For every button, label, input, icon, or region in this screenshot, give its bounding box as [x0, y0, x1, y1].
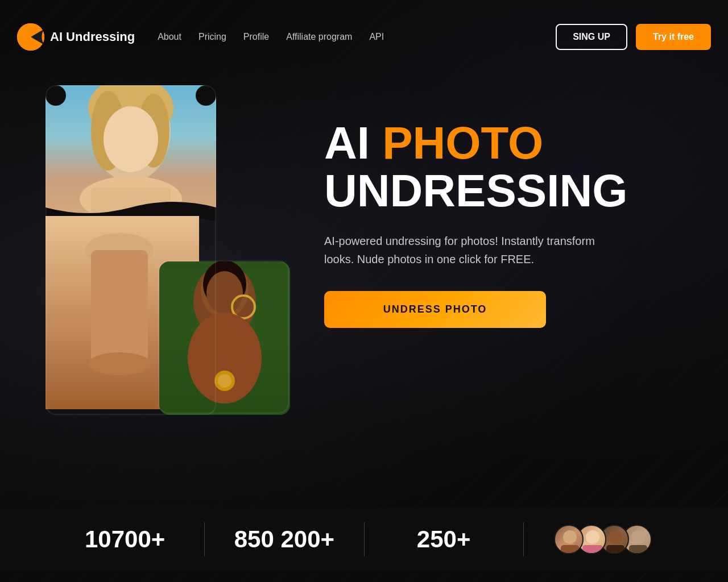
signup-button[interactable]: SING UP: [556, 24, 627, 50]
svg-rect-37: [582, 545, 603, 554]
navbar: AI Undressing About Pricing Profile Affi…: [0, 0, 728, 74]
nav-links: About Pricing Profile Affiliate program …: [158, 32, 544, 42]
svg-rect-41: [629, 545, 647, 554]
avatar-1: [554, 525, 584, 554]
svg-rect-13: [91, 250, 148, 364]
hero-description: AI-powered undressing for photos! Instan…: [324, 232, 597, 268]
stat-avatars: [524, 525, 682, 554]
logo-svg: [17, 23, 44, 51]
nav-profile[interactable]: Profile: [243, 32, 269, 42]
nav-api[interactable]: API: [369, 32, 384, 42]
stat-item-1: 10700+: [46, 526, 204, 553]
hero-ai: AI: [324, 118, 382, 168]
undress-button[interactable]: UNDRESS PHOTO: [324, 291, 546, 328]
stats-bar: 10700+ 850 200+ 250+: [0, 508, 728, 571]
svg-point-34: [563, 530, 577, 544]
stat-value-1: 10700+: [85, 526, 165, 553]
svg-point-8: [104, 106, 158, 172]
svg-rect-39: [606, 545, 624, 554]
hero-text: AI PHOTO UNDRESSING AI-powered undressin…: [324, 85, 682, 328]
svg-point-20: [206, 271, 243, 314]
svg-point-36: [586, 530, 599, 544]
svg-point-40: [631, 530, 645, 544]
stat-value-3: 250+: [417, 526, 471, 553]
logo-text: AI Undressing: [50, 30, 135, 44]
nav-actions: SING UP Try it free: [556, 24, 711, 50]
logo-icon: [17, 23, 44, 51]
svg-point-1: [34, 30, 37, 33]
stat-item-3: 250+: [365, 526, 523, 553]
main-content: AI PHOTO UNDRESSING AI-powered undressin…: [0, 74, 728, 409]
nav-about[interactable]: About: [158, 32, 181, 42]
nav-affiliate[interactable]: Affiliate program: [286, 32, 352, 42]
image-collage: [46, 85, 290, 409]
svg-point-38: [609, 530, 622, 544]
logo[interactable]: AI Undressing: [17, 23, 135, 51]
stat-item-2: 850 200+: [205, 526, 363, 553]
hero-undressing: UNDRESSING: [324, 165, 627, 216]
svg-point-14: [88, 352, 151, 375]
stat-value-2: 850 200+: [234, 526, 334, 553]
avatar-group: [554, 525, 652, 554]
svg-rect-35: [561, 545, 579, 554]
try-button[interactable]: Try it free: [636, 24, 711, 50]
hero-photo: PHOTO: [382, 118, 543, 168]
nav-pricing[interactable]: Pricing: [198, 32, 226, 42]
hero-title: AI PHOTO UNDRESSING: [324, 119, 682, 215]
svg-point-27: [218, 374, 231, 388]
collage-svg: [46, 85, 290, 415]
